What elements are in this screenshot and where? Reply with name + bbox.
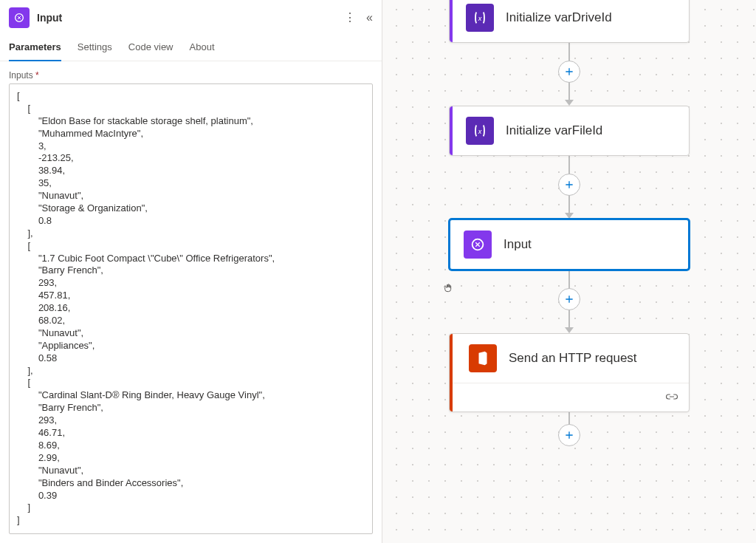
properties-panel: Input ⋮ « Parameters Settings Code view … xyxy=(0,0,382,543)
more-icon[interactable]: ⋮ xyxy=(344,12,356,24)
office-icon xyxy=(469,344,497,372)
node-send-http-request[interactable]: Send an HTTP request xyxy=(449,333,690,412)
flow-column: x Initialize varDriveId x Initialize var… xyxy=(444,0,695,443)
collapse-icon[interactable]: « xyxy=(366,12,373,24)
tabs: Parameters Settings Code view About xyxy=(0,34,382,61)
tab-settings[interactable]: Settings xyxy=(78,41,112,61)
tab-codeview[interactable]: Code view xyxy=(128,41,173,61)
flow-canvas[interactable]: x Initialize varDriveId x Initialize var… xyxy=(382,0,756,543)
node-initialize-vardriveid[interactable]: x Initialize varDriveId xyxy=(449,0,690,43)
tab-about[interactable]: About xyxy=(190,41,215,61)
tab-parameters[interactable]: Parameters xyxy=(9,41,61,61)
add-step-button[interactable] xyxy=(558,288,580,310)
variable-icon: x xyxy=(466,4,494,32)
node-title: Initialize varFileId xyxy=(506,123,602,138)
compose-icon xyxy=(9,7,30,28)
svg-text:x: x xyxy=(478,128,482,135)
node-title: Send an HTTP request xyxy=(509,351,637,366)
add-step-button[interactable] xyxy=(558,174,580,196)
add-step-button[interactable] xyxy=(558,424,580,446)
add-step-button[interactable] xyxy=(558,61,580,83)
inputs-textarea[interactable]: [ [ "Eldon Base for stackable storage sh… xyxy=(9,83,373,534)
node-input[interactable]: Input xyxy=(449,219,690,270)
panel-title: Input xyxy=(37,12,337,24)
node-title: Initialize varDriveId xyxy=(506,10,612,25)
svg-text:x: x xyxy=(478,15,482,22)
variable-icon: x xyxy=(466,117,494,145)
node-initialize-varfileid[interactable]: x Initialize varFileId xyxy=(449,106,690,156)
panel-header: Input ⋮ « xyxy=(0,0,382,34)
inputs-label: Inputs * xyxy=(0,61,382,83)
link-icon xyxy=(665,392,678,404)
compose-icon xyxy=(464,230,492,259)
node-title: Input xyxy=(504,237,532,252)
